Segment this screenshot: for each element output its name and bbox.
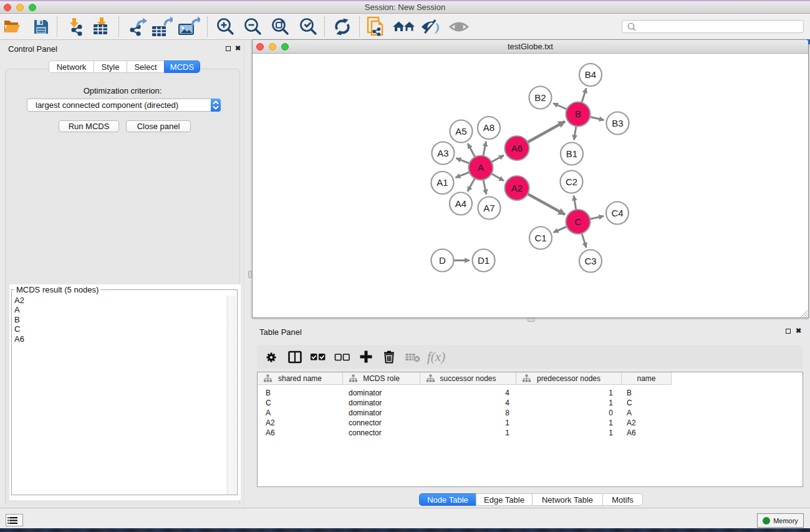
svg-text:B1: B1 bbox=[566, 148, 577, 159]
svg-text:A3: A3 bbox=[437, 148, 448, 158]
svg-text:B3: B3 bbox=[612, 118, 623, 128]
svg-text:B4: B4 bbox=[585, 69, 596, 80]
svg-text:C1: C1 bbox=[534, 233, 546, 243]
svg-text:A4: A4 bbox=[455, 198, 466, 209]
svg-text:A8: A8 bbox=[483, 122, 494, 133]
svg-text:C4: C4 bbox=[611, 208, 623, 218]
svg-text:C3: C3 bbox=[584, 256, 596, 266]
svg-text:A7: A7 bbox=[483, 203, 494, 213]
svg-text:B2: B2 bbox=[534, 92, 546, 103]
svg-text:D1: D1 bbox=[478, 255, 489, 266]
svg-text:A1: A1 bbox=[436, 177, 448, 188]
svg-text:B: B bbox=[575, 109, 581, 119]
svg-text:A: A bbox=[478, 162, 484, 173]
svg-text:C2: C2 bbox=[566, 177, 577, 187]
svg-text:A2: A2 bbox=[511, 183, 523, 193]
svg-text:A6: A6 bbox=[511, 143, 523, 153]
svg-text:A5: A5 bbox=[455, 126, 466, 137]
svg-text:D: D bbox=[439, 255, 446, 266]
svg-text:C: C bbox=[575, 216, 582, 227]
